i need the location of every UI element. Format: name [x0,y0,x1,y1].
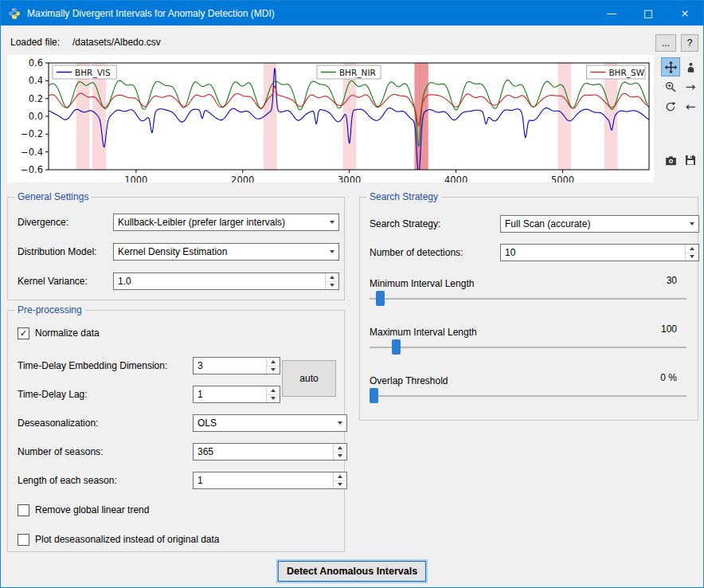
timeseries-plot[interactable]: 0.60.40.20.0−0.2−0.4−0.61000200030004000… [7,55,654,182]
spin-up-icon[interactable] [267,358,280,366]
normalize-checkbox[interactable]: ✓ [18,327,29,339]
detections-value: 10 [501,247,685,258]
spin-down-icon[interactable] [334,452,346,461]
chevron-down-icon [333,415,346,431]
min-interval-slider[interactable] [370,291,686,306]
preprocessing-title: Pre-processing [14,304,85,316]
titlebar[interactable]: Maximally Divergent Intervals for Anomal… [1,1,703,25]
loaded-file-path: /datasets/Albedo.csv [72,37,161,48]
forward-button[interactable]: → [681,77,700,96]
spin-up-icon[interactable] [334,472,346,480]
close-button[interactable]: × [667,1,703,25]
chevron-down-icon [325,244,338,260]
svg-text:1000: 1000 [124,174,147,182]
overlap-threshold-slider[interactable] [370,388,686,403]
slider-track [370,298,686,300]
svg-text:0.6: 0.6 [29,57,43,69]
divergence-value: Kullback-Leibler (prefer larger interval… [114,217,325,228]
max-interval-value: 100 [661,323,677,335]
preprocessing-group: Pre-processing ✓ Normalize data Time-Del… [7,310,345,552]
distribution-model-value: Kernel Density Estimation [114,246,325,257]
distribution-model-label: Distribution Model: [18,243,96,261]
search-strategy-label: Search Strategy: [370,215,440,233]
pan-button[interactable] [661,57,680,76]
season-length-label: Length of each season: [18,472,117,489]
back-button[interactable]: ← [681,97,700,116]
remove-trend-row[interactable]: Remove global linear trend [18,504,149,516]
search-strategy-group: Search Strategy Search Strategy: Full Sc… [359,197,698,421]
deseasonalization-value: OLS [194,417,333,429]
kernel-variance-label: Kernel Variance: [18,272,88,290]
detect-anomalous-intervals-button[interactable]: Detect Anomalous Intervals [278,561,426,582]
detections-spinbox[interactable]: 10 [500,244,699,261]
svg-text:0.0: 0.0 [29,111,43,122]
deseasonalization-select[interactable]: OLS [193,414,347,432]
spin-up-icon[interactable] [267,386,280,394]
divergence-label: Divergence: [18,214,68,231]
svg-text:3000: 3000 [338,174,361,182]
spin-down-icon[interactable] [267,394,280,403]
max-interval-slider[interactable] [370,339,686,355]
help-button[interactable]: ? [681,34,698,52]
forward-icon: → [686,80,696,94]
legend-BHR_VIS: BHR_VIS [53,65,116,79]
slider-track [370,347,686,348]
search-strategy-title: Search Strategy [366,191,441,202]
normalize-row[interactable]: ✓ Normalize data [18,327,100,339]
time-delay-lag-label: Time-Delay Lag: [18,386,88,403]
plot-deseasonalized-checkbox[interactable] [18,534,29,546]
spin-down-icon[interactable] [686,253,698,261]
deseasonalization-label: Deseasonalization: [18,414,98,432]
season-length-spinbox[interactable]: 1 [193,472,347,489]
kernel-variance-value: 1.0 [114,276,325,287]
slider-handle[interactable] [392,339,401,355]
remove-trend-checkbox[interactable] [18,504,29,516]
figure-options-button[interactable] [681,57,700,76]
reset-view-button[interactable] [661,97,680,116]
distribution-model-select[interactable]: Kernel Density Estimation [113,243,339,261]
svg-text:5000: 5000 [551,174,574,182]
svg-text:BHR_NIR: BHR_NIR [339,68,376,78]
embedding-dimension-label: Time-Delay Embedding Dimension: [18,357,167,374]
plot-toolbar: → ← [661,57,700,116]
svg-text:0.2: 0.2 [29,93,43,104]
plot-deseasonalized-row[interactable]: Plot deseasonalized instead of original … [18,533,220,546]
search-strategy-select[interactable]: Full Scan (accurate) [500,215,699,233]
spin-up-icon[interactable] [686,245,698,253]
zoom-icon [664,80,677,93]
search-strategy-value: Full Scan (accurate) [501,218,685,229]
save-button[interactable] [681,151,700,170]
app-window: Maximally Divergent Intervals for Anomal… [0,0,704,588]
number-of-seasons-label: Number of seasons: [18,443,103,461]
zoom-button[interactable] [661,77,680,96]
svg-text:−0.2: −0.2 [21,128,43,139]
spin-down-icon[interactable] [334,480,346,489]
browse-file-button[interactable]: ... [655,34,676,52]
legend-BHR_NIR: BHR_NIR [317,65,381,79]
screenshot-button[interactable] [661,151,680,170]
minimize-button[interactable]: — [593,1,630,25]
min-interval-label: Minimum Interval Length [370,275,474,292]
slider-handle[interactable] [370,388,378,403]
max-interval-label: Maximum Interval Length [370,323,477,341]
kernel-variance-spinbox[interactable]: 1.0 [113,272,339,290]
plot-deseasonalized-label: Plot deseasonalized instead of original … [35,534,220,545]
svg-text:4000: 4000 [444,174,467,182]
divergence-select[interactable]: Kullback-Leibler (prefer larger interval… [113,214,339,231]
number-of-seasons-spinbox[interactable]: 365 [193,443,347,461]
svg-text:BHR_SW: BHR_SW [608,68,644,78]
spin-up-icon[interactable] [334,444,346,452]
maximize-button[interactable]: □ [630,1,667,25]
spin-up-icon[interactable] [326,273,338,281]
chevron-down-icon [685,216,698,232]
time-delay-lag-value: 1 [194,389,266,400]
spin-down-icon[interactable] [267,366,280,374]
time-delay-lag-spinbox[interactable]: 1 [193,386,280,403]
pan-icon [664,61,678,74]
python-logo-icon [8,7,21,20]
spin-down-icon[interactable] [326,281,338,290]
overlap-threshold-label: Overlap Threshold [370,372,448,390]
save-icon [684,154,697,167]
embedding-dimension-spinbox[interactable]: 3 [193,357,280,374]
slider-handle[interactable] [376,291,385,306]
